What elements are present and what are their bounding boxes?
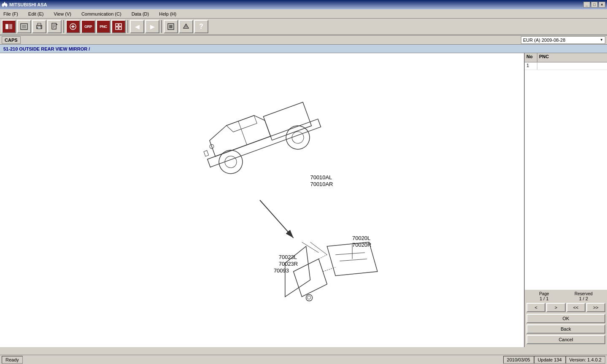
menu-bar: File (F) Edit (E) View (V) Communication…: [0, 9, 607, 19]
svg-rect-3: [5, 24, 8, 29]
table-header: No PNC: [525, 53, 607, 62]
page-info: Page 1 / 1 Reserved 1 / 2: [526, 291, 605, 301]
eur-dropdown[interactable]: EUR (A) 2009-08-28 ▼: [521, 36, 605, 44]
back-btn[interactable]: Back: [526, 324, 605, 334]
print-toolbar-btn[interactable]: [32, 20, 46, 33]
parts-diagram: 70010AL 70010AR: [0, 53, 524, 347]
status-update-text: Update 134: [538, 357, 562, 362]
pnc-toolbar-btn[interactable]: PNC: [96, 20, 111, 33]
status-update: Update 134: [534, 356, 566, 364]
app-title: MITSUBISHI ASA: [9, 2, 47, 7]
grid-icon: [115, 23, 122, 30]
truck-illustration: [198, 95, 325, 238]
cancel-btn[interactable]: Cancel: [526, 335, 605, 344]
svg-rect-21: [116, 24, 118, 26]
action2-icon: [182, 22, 190, 31]
menu-data[interactable]: Data (D): [130, 11, 151, 17]
ok-btn[interactable]: OK: [526, 314, 605, 323]
reserved-value: 1 / 2: [575, 296, 593, 301]
svg-line-39: [340, 259, 367, 261]
mirror-assembly: [285, 242, 378, 301]
add-toolbar-btn[interactable]: [66, 20, 80, 33]
minimize-btn[interactable]: _: [583, 2, 590, 8]
menu-view[interactable]: View (V): [52, 11, 73, 17]
status-version: Version: 1.4.0.2: [566, 356, 605, 364]
caps-label: CAPS: [5, 38, 18, 43]
menu-edit[interactable]: Edit (E): [27, 11, 46, 17]
close-btn[interactable]: ×: [599, 2, 605, 8]
restore-btn[interactable]: □: [591, 2, 598, 8]
page-value: 1 / 1: [539, 296, 549, 301]
col-header-pnc: PNC: [537, 53, 607, 62]
breadcrumb: 51-210 OUTSIDE REAR VIEW MIRROR /: [0, 45, 607, 53]
part-70020L-label: 70020L: [352, 235, 370, 241]
svg-point-12: [40, 26, 41, 27]
toggle-icon: [5, 22, 13, 31]
print-icon: [35, 22, 43, 31]
part-70010AR-label: 70010AR: [310, 181, 333, 187]
toolbar-sep3: [161, 20, 162, 33]
svg-rect-34: [204, 151, 209, 156]
col-header-no: No: [525, 53, 537, 62]
doc-toolbar-btn[interactable]: [47, 20, 62, 33]
part-70020R-label: 70020R: [352, 242, 371, 248]
svg-line-45: [310, 242, 327, 255]
status-top-bar: CAPS EUR (A) 2009-08-28 ▼: [0, 35, 607, 45]
cell-no: 1: [525, 62, 537, 70]
page-label: Page: [539, 291, 549, 296]
list-icon: [20, 22, 28, 31]
title-bar-left: MITSUBISHI ASA: [2, 2, 47, 8]
svg-rect-23: [116, 27, 118, 30]
menu-communication[interactable]: Communication (C): [80, 11, 123, 17]
prev-section-btn[interactable]: <<: [567, 303, 585, 312]
table-row[interactable]: 1: [525, 62, 607, 70]
svg-rect-22: [119, 24, 121, 26]
svg-rect-26: [169, 25, 173, 28]
caps-badge: CAPS: [2, 36, 21, 44]
part-70023R-label: 70023R: [279, 261, 298, 267]
action2-toolbar-btn[interactable]: [179, 20, 193, 33]
bottom-panel: Page 1 / 1 Reserved 1 / 2 < > << >> OK B…: [525, 290, 607, 347]
menu-file[interactable]: File (F): [2, 11, 20, 17]
title-bar-right: _ □ ×: [583, 2, 605, 8]
svg-rect-24: [119, 27, 121, 30]
reserved-label: Reserved: [575, 291, 593, 296]
diagram-area: 70010AL 70010AR: [0, 53, 525, 347]
next-page-btn[interactable]: >: [546, 303, 565, 312]
next-section-btn[interactable]: >>: [586, 303, 605, 312]
svg-rect-11: [38, 27, 41, 29]
eur-value: EUR (A) 2009-08-28: [523, 38, 565, 43]
svg-rect-40: [306, 295, 313, 301]
svg-line-42: [318, 255, 327, 259]
grid-toolbar-btn[interactable]: [111, 20, 126, 33]
next-toolbar-btn[interactable]: ▶: [145, 20, 159, 33]
status-date: 2010/03/05: [503, 356, 534, 364]
cell-pnc: [537, 62, 607, 70]
action1-icon: [167, 22, 175, 31]
part-70023L-label: 70023L: [279, 254, 297, 260]
page-block: Page 1 / 1: [539, 291, 549, 301]
toolbar-sep1: [63, 20, 64, 33]
breadcrumb-text: 51-210 OUTSIDE REAR VIEW MIRROR /: [3, 46, 90, 51]
svg-line-36: [260, 200, 294, 238]
document-icon: [50, 22, 59, 31]
toolbar: GRP PNC ◀ ▶ ?: [0, 19, 607, 35]
part-70093-label: 70093: [274, 267, 289, 274]
grp-toolbar-btn[interactable]: GRP: [81, 20, 95, 33]
right-panel: No PNC 1 Page 1 / 1 Reserved 1 / 2: [525, 53, 607, 347]
add-icon: [69, 22, 77, 31]
reserved-block: Reserved 1 / 2: [575, 291, 593, 301]
mitsubishi-logo-icon: [2, 2, 8, 8]
help-toolbar-btn[interactable]: ?: [194, 20, 208, 33]
action1-toolbar-btn[interactable]: [164, 20, 178, 33]
toolbar-sep2: [127, 20, 128, 33]
toggle-toolbar-btn[interactable]: [2, 20, 16, 33]
svg-line-35: [238, 121, 247, 145]
table-body: 1: [525, 62, 607, 290]
first-page-btn[interactable]: <: [526, 303, 545, 312]
menu-help[interactable]: Help (H): [157, 11, 178, 17]
list-toolbar-btn[interactable]: [17, 20, 31, 33]
prev-toolbar-btn[interactable]: ◀: [130, 20, 144, 33]
main-area: 70010AL 70010AR: [0, 53, 607, 347]
status-ready-text: Ready: [5, 357, 19, 362]
